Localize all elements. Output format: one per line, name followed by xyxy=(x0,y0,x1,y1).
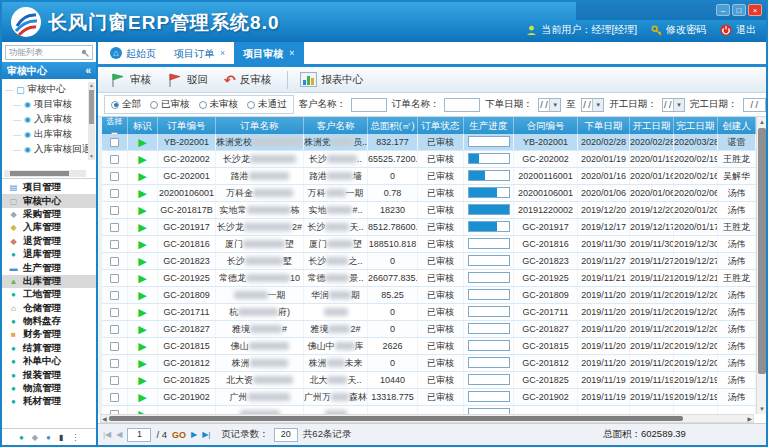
table-row[interactable]: ▶GC-201827雅境#雅境2#0已审核GC-2018272019/11/20… xyxy=(102,321,756,338)
sidebar-item-stock-return[interactable]: ●退库管理 xyxy=(2,248,96,261)
table-row[interactable]: ▶YB-202001株洲党校株洲党员..832.177已审核YB-2020012… xyxy=(102,134,756,151)
close-tab-icon[interactable]: × xyxy=(289,43,294,64)
page-size-input[interactable]: 20 xyxy=(274,428,298,442)
tree-item-inbound-audit[interactable]: —◉入库审核 xyxy=(5,112,96,127)
sidebar-item-inbound[interactable]: ◆入库管理 xyxy=(2,221,96,234)
row-checkbox[interactable] xyxy=(110,240,119,249)
scroll-right-icon[interactable]: ▶ xyxy=(747,415,752,423)
sidebar-item-project-management[interactable]: ▤项目管理 xyxy=(2,181,96,194)
scroll-down-icon[interactable]: ▼ xyxy=(88,153,95,160)
chevron-down-icon[interactable]: ▼ xyxy=(549,99,560,111)
tree-item-outbound-audit[interactable]: —◉出库审核 xyxy=(5,127,96,142)
chevron-down-icon[interactable]: ▼ xyxy=(673,99,684,111)
order-name-input[interactable] xyxy=(444,98,480,112)
header-cell[interactable]: 合同编号 xyxy=(514,117,578,134)
sidebar-item-outbound[interactable]: ▲出库管理 xyxy=(2,275,96,288)
table-row[interactable]: ▶GC-201816厦门望厦门望188510.818已审核GC-20181620… xyxy=(102,236,756,253)
next-page-button[interactable]: ▶ xyxy=(191,430,197,439)
start-date-input[interactable]: / /▼ xyxy=(662,98,685,112)
table-row[interactable]: ▶GC-202001路港路港墙0已审核202001160012020/01/16… xyxy=(102,168,756,185)
scroll-down-icon[interactable]: ▼ xyxy=(757,404,767,414)
row-checkbox[interactable] xyxy=(110,155,119,164)
tree-item-project-audit[interactable]: —◉项目审核 xyxy=(5,97,96,112)
minimize-button[interactable]: – xyxy=(716,4,730,16)
header-cell[interactable]: 创建人 xyxy=(718,117,756,134)
more-icon[interactable]: ⋮ xyxy=(71,433,79,442)
close-button[interactable]: × xyxy=(748,4,762,16)
header-cell[interactable]: 订单状态 xyxy=(418,117,464,134)
header-cell[interactable]: 生产进度 xyxy=(464,117,514,134)
sidebar-item-settlement[interactable]: ●结算管理 xyxy=(2,342,96,355)
table-row[interactable]: ▶GC-201711杭府)0已审核GC-2017112019/11/202019… xyxy=(102,304,756,321)
finish-date-input[interactable]: / / xyxy=(743,98,766,112)
audit-button[interactable]: 审核 xyxy=(106,70,159,90)
sidebar-item-audit-center[interactable]: ▢审核中心 xyxy=(2,194,96,207)
tree-vertical-scrollbar[interactable]: ▲ ▼ xyxy=(88,82,95,160)
header-cell[interactable]: 下单日期 xyxy=(578,117,630,134)
sidebar-item-returns[interactable]: ◆退货管理 xyxy=(2,235,96,248)
header-cell[interactable]: 客户名称 xyxy=(304,117,368,134)
scroll-left-icon[interactable]: ◀ xyxy=(102,415,107,423)
tab-project-audit[interactable]: 项目审核× xyxy=(234,42,303,64)
header-cell[interactable]: 订单名称 xyxy=(216,117,304,134)
scroll-up-icon[interactable]: ▲ xyxy=(757,117,767,127)
table-row[interactable]: ▶GC-201823长沙墅长沙之..0已审核GC-2018232019/11/2… xyxy=(102,253,756,270)
customer-name-input[interactable] xyxy=(351,98,387,112)
reject-button[interactable]: 驳回 xyxy=(163,70,216,90)
logout-button[interactable]: 退出 xyxy=(720,23,756,37)
table-row[interactable]: ▶GC-201902广州广州万森林13318.775已审核GC-20190220… xyxy=(102,389,756,406)
table-row[interactable]: ▶GC-201815佛山佛山中库2626已审核GC-2018152019/11/… xyxy=(102,338,756,355)
dot-icon[interactable]: ● xyxy=(19,433,24,442)
status-radio[interactable]: 已审核 xyxy=(150,98,190,111)
row-checkbox[interactable] xyxy=(110,223,119,232)
collapse-panel-icon[interactable]: « xyxy=(85,65,91,76)
table-row[interactable]: ▶GC-201809一期华润期85.25已审核GC-2018092019/11/… xyxy=(102,287,756,304)
report-center-button[interactable]: 报表中心 xyxy=(296,70,371,89)
header-cell[interactable]: 开工日期 xyxy=(630,117,674,134)
tab-project-orders[interactable]: 项目订单× xyxy=(165,42,234,64)
sidebar-item-production[interactable]: ▬生产管理 xyxy=(2,261,96,274)
sidebar-item-reorder-center[interactable]: ●补单中心 xyxy=(2,355,96,368)
row-checkbox[interactable] xyxy=(110,393,119,402)
header-cell[interactable]: 完工日期 xyxy=(674,117,718,134)
last-page-button[interactable]: ▶| xyxy=(202,430,210,439)
change-password-button[interactable]: 修改密码 xyxy=(651,23,706,37)
sidebar-item-worksite[interactable]: ●工地管理 xyxy=(2,288,96,301)
scroll-up-icon[interactable]: ▲ xyxy=(88,82,95,89)
prev-page-button[interactable]: ◀ xyxy=(116,430,122,439)
sidebar-item-installation[interactable]: ●报装管理 xyxy=(2,368,96,381)
table-row[interactable]: ▶ xyxy=(102,406,756,414)
close-tab-icon[interactable]: × xyxy=(220,43,225,64)
row-checkbox[interactable] xyxy=(110,342,119,351)
tree-root-audit-center[interactable]: — ▢ 审核中心 xyxy=(5,82,96,97)
status-radio[interactable]: 未通过 xyxy=(247,98,287,111)
row-checkbox[interactable] xyxy=(110,138,119,147)
sidebar-item-finance[interactable]: ■财务管理 xyxy=(2,328,96,341)
order-date-to-input[interactable]: / /▼ xyxy=(581,98,604,112)
table-row[interactable]: ▶GC-201812株洲株洲未来0已审核GC-2018122019/11/202… xyxy=(102,355,756,372)
go-button[interactable]: GO xyxy=(172,430,186,440)
sidebar-item-logistics[interactable]: ●物流管理 xyxy=(2,382,96,395)
page-input[interactable]: 1 xyxy=(127,428,151,442)
tree-item-inbound-audit-rollback[interactable]: —◉入库审核回退 xyxy=(5,142,96,157)
order-date-from-input[interactable]: / /▼ xyxy=(538,98,561,112)
row-checkbox[interactable] xyxy=(110,359,119,368)
tree-horizontal-scrollbar[interactable] xyxy=(4,170,86,177)
leaf-icon[interactable]: ● xyxy=(46,433,51,442)
book-icon[interactable]: ▮ xyxy=(59,433,63,442)
table-row[interactable]: ▶GC-201817B实地常栋实地#..18230已审核201912200022… xyxy=(102,202,756,219)
row-checkbox[interactable] xyxy=(110,291,119,300)
row-checkbox[interactable] xyxy=(110,172,119,181)
header-cell[interactable]: 选择 xyxy=(102,117,128,134)
row-checkbox[interactable] xyxy=(110,308,119,317)
pin-icon[interactable] xyxy=(81,49,89,57)
row-checkbox[interactable] xyxy=(110,206,119,215)
first-page-button[interactable]: |◀ xyxy=(103,430,111,439)
table-row[interactable]: ▶GC-201917长沙龙2#长沙天..8512.78600..已审核GC-20… xyxy=(102,219,756,236)
header-cell[interactable]: 订单编号 xyxy=(158,117,216,134)
cart-icon[interactable]: ◆ xyxy=(32,433,38,442)
row-checkbox[interactable] xyxy=(110,376,119,385)
sidebar-item-warehouse[interactable]: ⌂仓储管理 xyxy=(2,302,96,315)
status-radio[interactable]: 未审核 xyxy=(199,98,239,111)
vertical-scrollbar[interactable]: ▲ ▼ xyxy=(756,117,766,414)
